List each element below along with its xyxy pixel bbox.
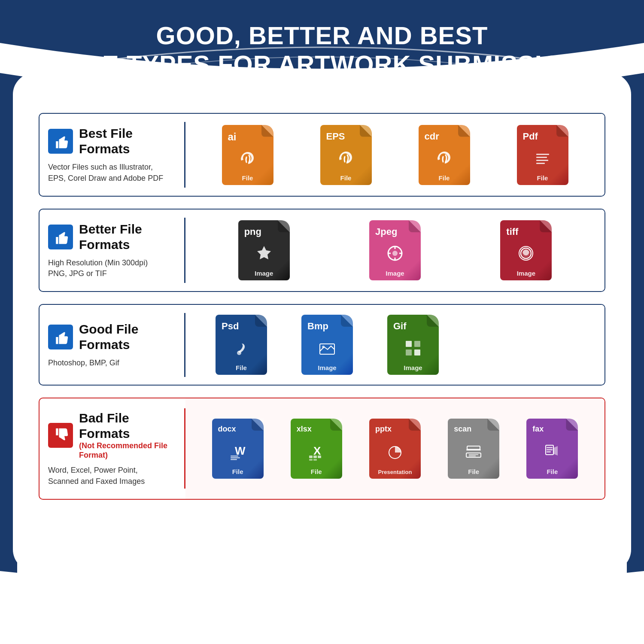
left-panel-good: Good File Formats Photoshop, BMP, Gif: [39, 305, 185, 385]
content-area: Best File Formats Vector Files such as I…: [17, 96, 627, 644]
svg-point-17: [322, 346, 325, 348]
left-panel-bad: Bad File Formats (Not Recommended File F…: [39, 398, 185, 499]
svg-rect-42: [547, 451, 551, 453]
file-icon-png: png Image: [234, 220, 294, 280]
thumbs-up-icon-good: [48, 325, 73, 349]
bad-subtitle: (Not Recommended File Format): [79, 441, 173, 460]
page-title: GOOD, BETTER AND BEST FILE TYPES FOR ART…: [26, 21, 618, 79]
file-icon-fax: fax File: [522, 419, 582, 479]
file-icon-cdr: cdr File: [414, 125, 474, 185]
svg-point-15: [237, 351, 241, 355]
file-icon-jpeg: Jpeg Image: [365, 220, 425, 280]
section-best: Best File Formats Vector Files such as I…: [39, 113, 605, 196]
svg-rect-24: [231, 457, 240, 459]
bad-files-panel: docx W File xlsx: [185, 398, 605, 499]
header: GOOD, BETTER AND BEST FILE TYPES FOR ART…: [0, 0, 644, 91]
best-files-panel: ai File EPS: [185, 114, 605, 195]
svg-point-8: [392, 251, 398, 256]
file-icon-tiff: tiff Image: [496, 220, 556, 280]
svg-rect-18: [406, 341, 412, 347]
thumbs-down-icon-bad: [48, 423, 73, 448]
section-good: Good File Formats Photoshop, BMP, Gif Ps…: [39, 304, 605, 386]
svg-rect-29: [318, 456, 321, 458]
better-desc: High Resolution (Min 300dpi)PNG, JPG or …: [48, 258, 173, 279]
svg-rect-30: [309, 459, 313, 461]
thumbs-up-icon-best: [48, 129, 73, 154]
svg-rect-25: [231, 459, 237, 460]
left-panel-best: Best File Formats Vector Files such as I…: [39, 114, 185, 195]
svg-rect-21: [414, 349, 420, 355]
best-title: Best File Formats: [79, 126, 173, 157]
svg-rect-4: [536, 160, 548, 161]
svg-rect-23: [231, 456, 238, 457]
thumbs-up-icon-better: [48, 225, 73, 249]
svg-rect-40: [547, 447, 553, 448]
file-icon-ai: ai File: [218, 125, 278, 185]
good-desc: Photoshop, BMP, Gif: [48, 358, 173, 368]
file-icon-bmp: Bmp Image: [297, 315, 357, 375]
svg-rect-20: [406, 349, 412, 355]
svg-text:W: W: [235, 444, 246, 457]
file-icon-pptx: pptx Presentation: [365, 419, 425, 479]
better-title: Better File Formats: [79, 222, 173, 252]
left-panel-better: Better File Formats High Resolution (Min…: [39, 210, 185, 291]
best-desc: Vector Files such as Illustrator,EPS, Co…: [48, 162, 173, 183]
file-icon-eps: EPS File: [316, 125, 376, 185]
bad-title: Bad File Formats: [79, 410, 173, 441]
file-icon-docx: docx W File: [208, 419, 268, 479]
file-icon-scan: scan File: [444, 419, 504, 479]
svg-rect-31: [313, 459, 317, 461]
file-icon-psd: Psd File: [211, 315, 271, 375]
section-better: Better File Formats High Resolution (Min…: [39, 209, 605, 292]
svg-marker-6: [257, 246, 271, 259]
svg-rect-3: [536, 157, 547, 158]
svg-text:X: X: [313, 444, 321, 457]
file-icon-xlsx: xlsx X File: [286, 419, 346, 479]
svg-rect-41: [547, 449, 553, 450]
file-icon-pdf: Pdf File: [513, 125, 573, 185]
svg-rect-28: [313, 456, 317, 458]
section-bad: Bad File Formats (Not Recommended File F…: [39, 398, 605, 500]
better-files-panel: png Image Jpeg: [185, 210, 605, 291]
bad-desc: Word, Excel, Power Point,Scanned and Fax…: [48, 465, 173, 486]
file-icon-gif: Gif Image: [383, 315, 443, 375]
svg-rect-36: [466, 453, 481, 457]
svg-rect-19: [414, 341, 420, 347]
good-title: Good File Formats: [79, 322, 173, 352]
good-files-panel: Psd File Bmp: [185, 305, 605, 385]
svg-rect-5: [536, 163, 545, 164]
svg-rect-2: [536, 154, 549, 155]
svg-rect-27: [309, 456, 313, 458]
